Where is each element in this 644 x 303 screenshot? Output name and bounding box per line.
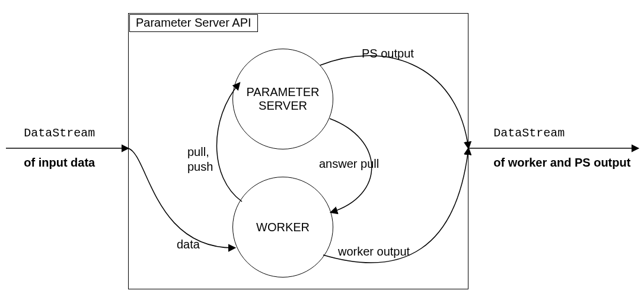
node-worker-label: WORKER	[256, 221, 310, 234]
input-stream-bold: of input data	[24, 156, 95, 169]
output-stream-bold: of worker and PS output	[493, 156, 630, 169]
output-stream-label: DataStream of worker and PS output	[480, 110, 630, 185]
edge-label-answer-pull: answer pull	[319, 157, 379, 171]
node-worker: WORKER	[232, 177, 333, 278]
diagram-stage: Parameter Server API PARAMETER SERVER WO…	[0, 0, 644, 303]
edge-label-ps-output: PS output	[362, 46, 414, 61]
edge-label-pull-push: pull, push	[187, 145, 213, 174]
node-parameter-server-label: PARAMETER SERVER	[247, 85, 320, 113]
node-parameter-server: PARAMETER SERVER	[232, 49, 333, 149]
input-stream-mono: DataStream	[24, 126, 95, 140]
input-stream-label: DataStream of input data	[11, 110, 95, 185]
edge-label-worker-output: worker output	[338, 244, 410, 259]
api-box-title: Parameter Server API	[129, 14, 258, 32]
output-stream-mono: DataStream	[493, 126, 565, 140]
edge-label-data: data	[177, 237, 200, 252]
api-box-title-text: Parameter Server API	[136, 16, 251, 29]
